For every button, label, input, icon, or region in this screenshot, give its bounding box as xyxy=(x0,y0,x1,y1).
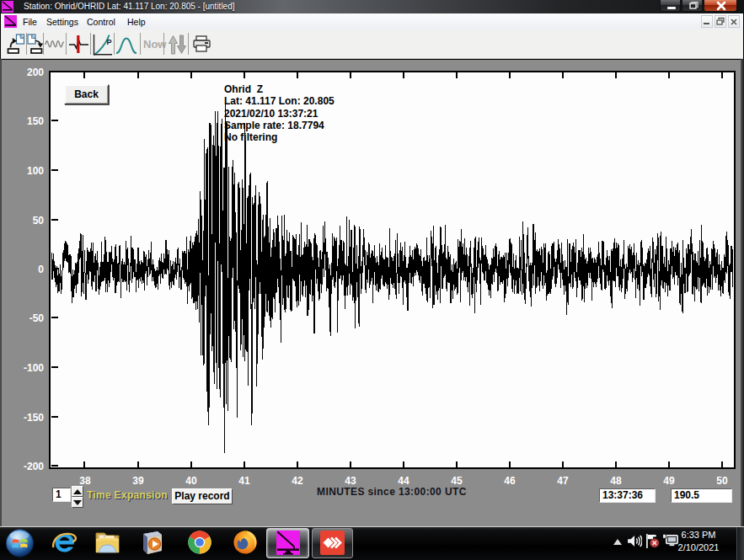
svg-text:P: P xyxy=(107,38,112,46)
